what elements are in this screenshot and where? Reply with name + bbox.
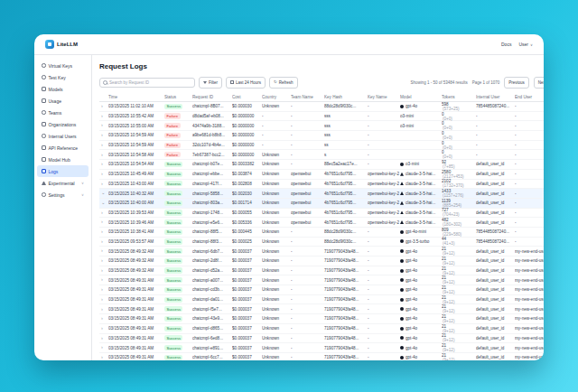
expand-row-icon[interactable]: › [99,229,108,235]
cell-key-name: - [368,297,400,302]
search-input[interactable] [109,80,191,85]
model-name: claude-3-5-hai... [406,182,435,186]
cell-country: - [262,124,291,128]
table-row[interactable]: ›03/15/2025 11:02:10 AMSuccesschatcmpl-8… [99,102,544,112]
cell-country: Unknown [262,153,291,157]
table-row[interactable]: ›03/15/2025 10:43:00 AMSuccesschatcmpl-4… [99,180,544,190]
cell-tokens: 2102 (1732+370) [442,179,476,188]
table-row[interactable]: ›03/15/2025 08:49:31 AMSuccesschatcmpl-e… [99,343,544,353]
expand-row-icon[interactable]: › [99,219,108,225]
next-page-button[interactable]: Next [534,77,544,89]
user-menu[interactable]: User ∨ [518,42,533,47]
sidebar-item-organizations[interactable]: Organizations [37,118,89,130]
calendar-icon [230,80,234,84]
tokens-breakdown: (573+25) [443,107,473,111]
cell-country: - [262,114,291,118]
table-row[interactable]: ›03/15/2025 10:54:59 AMFailure32dc107d-4… [99,141,544,151]
table-row[interactable]: ›03/15/2025 08:49:32 AMSuccesschatcmpl-6… [99,247,544,257]
table-row[interactable]: ⌄03/15/2025 10:40:32 AMSuccesschatcmpl-5… [99,189,544,199]
expand-row-icon[interactable]: › [99,162,108,167]
expand-row-icon[interactable]: › [99,326,108,331]
status-badge: Success [164,104,182,109]
table-row[interactable]: ›03/15/2025 10:54:54 AMSuccesschatcmpl-b… [99,160,544,170]
expand-row-icon[interactable]: › [99,316,108,322]
sidebar-item-internal-users[interactable]: Internal Users [37,130,89,142]
expand-row-icon[interactable]: › [99,153,108,158]
table-row[interactable]: ›03/15/2025 10:38:41 AMSuccesschatcmpl-8… [99,228,544,238]
table-row[interactable]: ›03/15/2025 08:49:31 AMSuccesschatcmpl-6… [99,334,544,344]
cell-end-user: - [515,220,544,225]
cell-key-hash: 88dc28d9f030c... [324,104,368,108]
expand-row-icon[interactable]: › [99,336,108,341]
sidebar-item-model-hub[interactable]: Model Hub [37,154,89,165]
table-row[interactable]: ›03/15/2025 08:49:31 AMSuccesschatcmpl-d… [99,324,544,334]
sidebar-item-teams[interactable]: Teams [37,107,89,118]
table-row[interactable]: ›03/15/2025 10:55:00 AMFailure43474a9b-3… [99,121,544,131]
expand-row-icon[interactable]: › [99,172,108,177]
expand-row-icon[interactable]: › [99,210,108,216]
expand-row-icon[interactable]: › [99,268,108,274]
expand-row-icon[interactable]: › [99,104,108,109]
table-row[interactable]: ›03/15/2025 08:49:31 AMSuccesschatcmpl-c… [99,285,544,295]
table-row[interactable]: ›03/15/2025 10:45:49 AMSuccesschatcmpl-e… [99,170,544,180]
expand-row-icon[interactable]: › [99,297,108,303]
sidebar-item-logs[interactable]: Logs [37,165,89,177]
cell-request-id: chatcmpl-88f5... [192,229,232,234]
expand-row-icon[interactable]: › [99,143,108,148]
collapse-row-icon[interactable]: ⌄ [99,201,108,206]
docs-link[interactable]: Docs [501,42,511,47]
table-row[interactable]: ›03/15/2025 10:39:46 AMSuccesschatcmpl-e… [99,218,544,228]
previous-page-button[interactable]: Previous [504,77,529,89]
table-row[interactable]: ›03/15/2025 08:49:31 AMSuccesschatcmpl-4… [99,314,544,324]
table-row[interactable]: ›03/15/2025 08:49:31 AMSuccesschatcmpl-6… [99,353,544,360]
cell-tokens: 1139 (885+254) [442,199,476,208]
table-row[interactable]: ⌄03/15/2025 10:40:00 AMSuccesschatcmpl-8… [99,199,544,209]
col-request-id: Request ID [192,95,232,99]
cell-country: Unknown [262,258,291,263]
sidebar-item-settings[interactable]: Settings∨ [37,189,89,201]
time-range-button[interactable]: Last 24 Hours [226,77,266,89]
expand-row-icon[interactable]: › [99,345,108,350]
table-row[interactable]: ›03/15/2025 10:54:58 AMFailure7eb67387-b… [99,150,544,160]
expand-row-icon[interactable]: › [99,239,108,245]
table-row[interactable]: ›03/15/2025 08:49:31 AMSuccesschatcmpl-a… [99,275,544,285]
cell-cost: $0.0000000 [232,133,262,137]
expand-row-icon[interactable]: › [99,307,108,313]
expand-row-icon[interactable]: › [99,287,108,293]
table-row[interactable]: ›03/15/2025 08:49:31 AMSuccesschatcmpl-f… [99,304,544,314]
expand-row-icon[interactable]: › [99,258,108,264]
chevron-down-icon: ∨ [81,181,84,185]
cell-status: Success [164,104,192,109]
cell-request-id: chatcmpl-5858... [192,191,232,196]
sidebar-item-api-reference[interactable]: API Reference [37,142,89,154]
collapse-row-icon[interactable]: ⌄ [99,191,108,196]
table-row[interactable]: ›03/15/2025 08:49:32 AMSuccesschatcmpl-d… [99,266,544,276]
table-row[interactable]: ›03/15/2025 09:53:57 AMSuccesschatcmpl-8… [99,238,544,247]
expand-row-icon[interactable]: › [99,182,108,187]
table-row[interactable]: ›03/15/2025 10:39:53 AMSuccesschatcmpl-1… [99,209,544,219]
sidebar-item-models[interactable]: Models [37,83,89,95]
cell-time: 03/15/2025 10:54:54 AM [108,162,164,166]
tokens-breakdown: (2127+453) [443,174,473,179]
table-row[interactable]: ›03/15/2025 08:49:32 AMSuccesschatcmpl-2… [99,257,544,266]
expand-row-icon[interactable]: › [99,248,108,254]
expand-row-icon[interactable]: › [99,114,108,119]
expand-row-icon[interactable]: › [99,277,108,283]
tokens-breakdown: (0+0) [443,117,473,121]
expand-row-icon[interactable]: › [99,133,108,138]
sidebar-item-usage[interactable]: Usage [37,95,89,107]
table-row[interactable]: ›03/15/2025 10:55:42 AMFailured8dad5af-e… [99,112,544,122]
sidebar-item-test-key[interactable]: Test Key [37,71,89,83]
col-team-name: Team Name [291,95,324,99]
filter-button[interactable]: Filter [199,77,222,89]
expand-row-icon[interactable]: › [99,355,108,360]
refresh-button[interactable]: ↻ Refresh [269,77,298,89]
cell-key-hash: ss [324,143,368,147]
expand-row-icon[interactable]: › [99,123,108,128]
cell-team-name: - [291,287,324,292]
status-badge: Success [164,306,182,312]
table-row[interactable]: ›03/15/2025 08:49:31 AMSuccesschatcmpl-d… [99,295,544,305]
table-row[interactable]: ›03/15/2025 10:54:59 AMFailurea9be681d-b… [99,131,544,141]
sidebar-item-experimental[interactable]: Experimental∨ [37,177,89,189]
sidebar-item-virtual-keys[interactable]: Virtual Keys [37,60,89,71]
